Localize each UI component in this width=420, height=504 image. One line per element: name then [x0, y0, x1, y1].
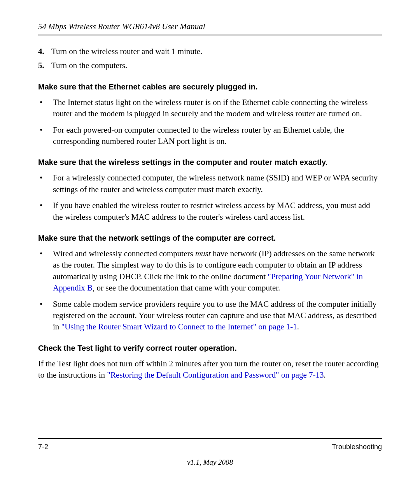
list-item: • For a wirelessly connected computer, t… [38, 172, 382, 195]
footer-version: v1.1, May 2008 [38, 458, 382, 467]
link-restore-default[interactable]: "Restoring the Default Configuration and… [107, 370, 324, 380]
body-paragraph: If the Test light does not turn off with… [38, 358, 382, 381]
bullet-icon: • [38, 299, 53, 333]
bullet-list: • The Internet status light on the wirel… [38, 97, 382, 147]
header-rule [38, 35, 382, 35]
bullet-icon: • [38, 172, 53, 195]
italic-text: must [195, 249, 211, 258]
bullet-text: For a wirelessly connected computer, the… [53, 172, 382, 195]
bullet-text: The Internet status light on the wireles… [53, 97, 382, 120]
step-text: Turn on the wireless router and wait 1 m… [51, 46, 202, 57]
bullet-text: Some cable modem service providers requi… [53, 299, 382, 333]
subheading-wireless-settings: Make sure that the wireless settings in … [38, 158, 382, 167]
step-item: 5. Turn on the computers. [38, 60, 382, 71]
bullet-list: • For a wirelessly connected computer, t… [38, 172, 382, 223]
list-item: • For each powered-on computer connected… [38, 124, 382, 147]
bullet-icon: • [38, 200, 53, 223]
bullet-icon: • [38, 97, 53, 120]
step-item: 4. Turn on the wireless router and wait … [38, 46, 382, 57]
bullet-text: For each powered-on computer connected t… [53, 124, 382, 147]
bullet-text: Wired and wirelessly connected computers… [53, 248, 382, 294]
list-item: • The Internet status light on the wirel… [38, 97, 382, 120]
step-number: 4. [38, 46, 51, 57]
numbered-steps: 4. Turn on the wireless router and wait … [38, 46, 382, 72]
footer-page-number: 7-2 [38, 443, 48, 451]
subheading-network-settings: Make sure that the network settings of t… [38, 234, 382, 243]
step-text: Turn on the computers. [51, 60, 127, 71]
running-header: 54 Mbps Wireless Router WGR614v8 User Ma… [38, 22, 382, 32]
bullet-icon: • [38, 124, 53, 147]
list-item: • If you have enabled the wireless route… [38, 200, 382, 223]
link-smart-wizard[interactable]: "Using the Router Smart Wizard to Connec… [61, 322, 297, 331]
bullet-list: • Wired and wirelessly connected compute… [38, 248, 382, 333]
bullet-text: If you have enabled the wireless router … [53, 200, 382, 223]
bullet-icon: • [38, 248, 53, 294]
list-item: • Some cable modem service providers req… [38, 299, 382, 333]
subheading-ethernet: Make sure that the Ethernet cables are s… [38, 82, 382, 91]
footer-rule [38, 438, 382, 439]
subheading-test-light: Check the Test light to verify correct r… [38, 344, 382, 353]
page-footer: 7-2 Troubleshooting v1.1, May 2008 [38, 438, 382, 467]
step-number: 5. [38, 60, 51, 71]
list-item: • Wired and wirelessly connected compute… [38, 248, 382, 294]
document-page: 54 Mbps Wireless Router WGR614v8 User Ma… [0, 0, 420, 504]
footer-section: Troubleshooting [332, 443, 382, 451]
